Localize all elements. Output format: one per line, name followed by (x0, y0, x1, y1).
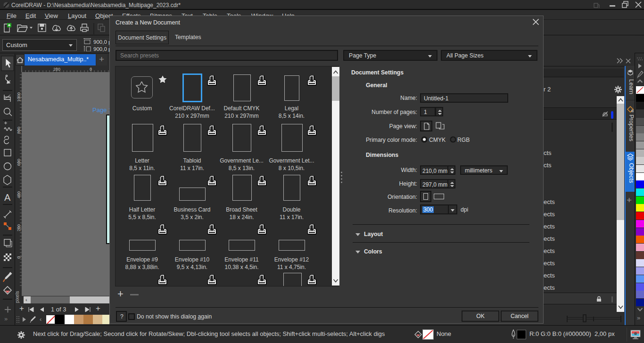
svg-text:A: A (4, 192, 11, 203)
svg-text:800: 800 (17, 127, 21, 134)
svg-text:0: 0 (90, 67, 92, 72)
svg-text:200: 200 (53, 67, 60, 72)
svg-text:0: 0 (17, 256, 21, 259)
svg-text:600: 600 (17, 159, 21, 166)
svg-text:400: 400 (17, 191, 21, 198)
svg-text:1000: 1000 (17, 92, 21, 102)
svg-text:200: 200 (17, 224, 21, 231)
svg-text:»: » (4, 315, 8, 322)
